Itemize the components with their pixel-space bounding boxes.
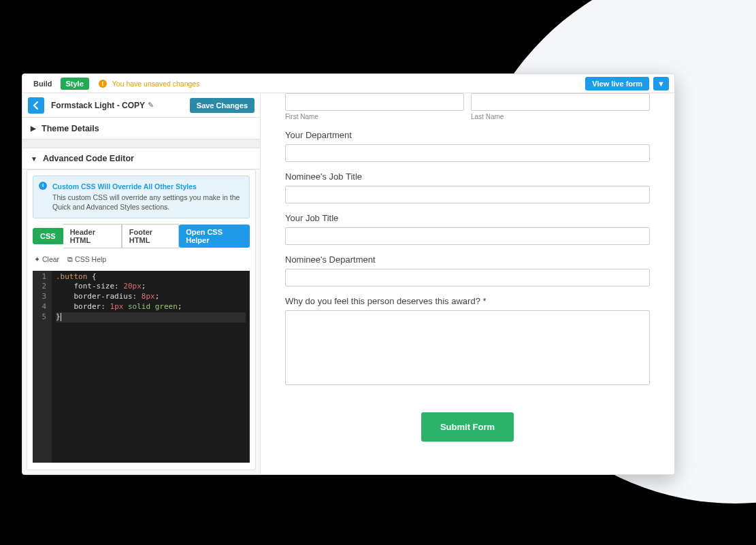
last-name-input[interactable] <box>471 93 650 111</box>
code-tabs: CSS Header HTML Footer HTML Open CSS Hel… <box>27 224 255 252</box>
first-name-input[interactable] <box>285 93 464 111</box>
info-body: This custom CSS will override any settin… <box>52 193 240 211</box>
view-live-form-button[interactable]: View live form <box>585 77 649 90</box>
back-button[interactable] <box>28 97 44 114</box>
your-department-input[interactable] <box>285 144 650 162</box>
nominee-department-label: Nominee's Department <box>285 254 650 265</box>
advanced-code-accordion[interactable]: ▼ Advanced Code Editor <box>22 148 260 169</box>
warning-icon: ! <box>99 80 107 88</box>
info-title: Custom CSS Will Override All Other Style… <box>52 182 242 191</box>
your-job-title-input[interactable] <box>285 227 650 245</box>
theme-title: Formstack Light - COPY <box>51 101 145 110</box>
editor-tools: ✦ Clear ⧉ CSS Help <box>27 252 255 267</box>
theme-details-label: Theme Details <box>42 124 99 133</box>
code-lines[interactable]: .button { font-size: 20px; border-radius… <box>52 271 250 463</box>
form-preview: First Name Last Name Your Department Nom… <box>261 93 674 474</box>
info-icon: i <box>39 182 47 190</box>
app-window: Build Style ! You have unsaved changes V… <box>22 73 675 475</box>
submit-form-button[interactable]: Submit Form <box>421 412 514 442</box>
unsaved-warning: You have unsaved changes <box>112 80 200 88</box>
info-box: i Custom CSS Will Override All Other Sty… <box>33 176 250 218</box>
first-name-sublabel: First Name <box>285 113 464 120</box>
your-department-label: Your Department <box>285 130 650 140</box>
editor-panel: i Custom CSS Will Override All Other Sty… <box>27 169 256 470</box>
theme-details-accordion[interactable]: ▶ Theme Details <box>22 118 260 139</box>
sidebar: Formstack Light - COPY ✎ Save Changes ▶ … <box>22 93 261 474</box>
nominee-job-title-input[interactable] <box>285 186 650 203</box>
why-award-textarea[interactable] <box>285 310 650 385</box>
header-html-tab[interactable]: Header HTML <box>63 224 122 248</box>
top-bar: Build Style ! You have unsaved changes V… <box>22 74 674 93</box>
why-award-label: Why do you feel this person deserves thi… <box>285 296 650 306</box>
chevron-left-icon <box>32 101 40 110</box>
nominee-job-title-label: Nominee's Job Title <box>285 171 650 182</box>
line-gutter: 12345 <box>33 271 52 463</box>
style-tab[interactable]: Style <box>61 78 89 90</box>
save-changes-button[interactable]: Save Changes <box>190 98 254 113</box>
chevron-down-icon: ▼ <box>31 155 37 163</box>
chevron-right-icon: ▶ <box>31 125 36 132</box>
edit-title-icon[interactable]: ✎ <box>148 101 154 110</box>
view-live-form-dropdown[interactable]: ▼ <box>653 77 669 90</box>
panel-header: Formstack Light - COPY ✎ Save Changes <box>22 93 260 118</box>
css-code-editor[interactable]: 12345 .button { font-size: 20px; border-… <box>33 271 250 463</box>
css-help-button[interactable]: ⧉ CSS Help <box>67 255 106 264</box>
last-name-sublabel: Last Name <box>471 113 650 120</box>
footer-html-tab[interactable]: Footer HTML <box>122 224 179 248</box>
css-tab[interactable]: CSS <box>33 228 63 244</box>
build-tab[interactable]: Build <box>28 78 58 90</box>
nominee-department-input[interactable] <box>285 269 650 286</box>
clear-button[interactable]: ✦ Clear <box>34 255 59 263</box>
open-css-helper-button[interactable]: Open CSS Helper <box>179 225 250 248</box>
advanced-code-label: Advanced Code Editor <box>43 154 134 163</box>
main-area: Formstack Light - COPY ✎ Save Changes ▶ … <box>22 93 674 474</box>
your-job-title-label: Your Job Title <box>285 213 650 223</box>
